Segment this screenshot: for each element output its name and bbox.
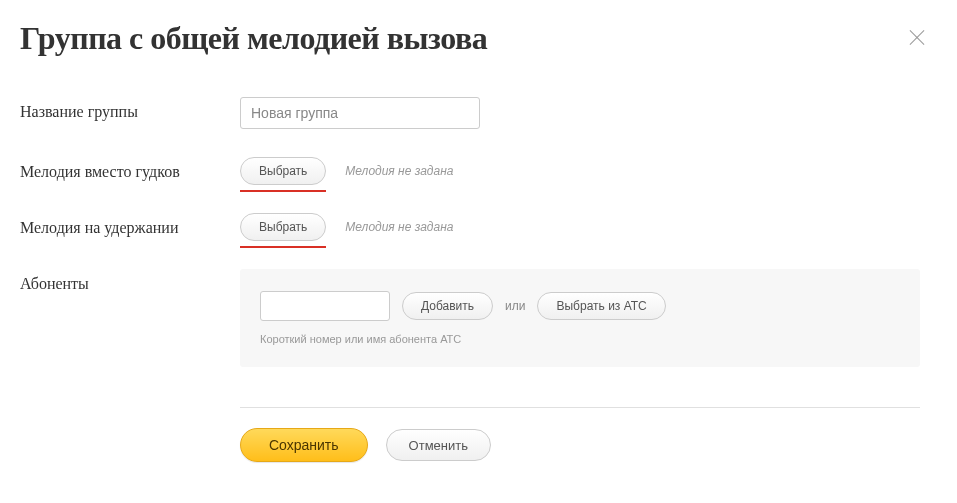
group-name-input[interactable] xyxy=(240,97,480,129)
ringback-row: Мелодия вместо гудков Выбрать Мелодия не… xyxy=(20,157,937,185)
save-button[interactable]: Сохранить xyxy=(240,428,368,462)
ringback-select-button[interactable]: Выбрать xyxy=(240,157,326,185)
select-from-ats-button[interactable]: Выбрать из АТС xyxy=(537,292,665,320)
subscriber-hint: Короткий номер или имя абонента АТС xyxy=(260,333,900,345)
subscribers-label: Абоненты xyxy=(20,269,240,293)
cancel-button[interactable]: Отменить xyxy=(386,429,491,461)
ringback-status: Мелодия не задана xyxy=(345,164,453,178)
group-name-label: Название группы xyxy=(20,97,240,121)
footer-divider xyxy=(240,407,920,408)
ringback-label: Мелодия вместо гудков xyxy=(20,157,240,181)
hold-select-button[interactable]: Выбрать xyxy=(240,213,326,241)
or-text: или xyxy=(505,299,525,313)
hold-row: Мелодия на удержании Выбрать Мелодия не … xyxy=(20,213,937,241)
close-icon[interactable] xyxy=(907,28,927,48)
add-subscriber-button[interactable]: Добавить xyxy=(402,292,493,320)
group-name-row: Название группы xyxy=(20,97,937,129)
footer-actions: Сохранить Отменить xyxy=(240,428,937,462)
hold-status: Мелодия не задана xyxy=(345,220,453,234)
hold-label: Мелодия на удержании xyxy=(20,213,240,237)
subscribers-panel: Добавить или Выбрать из АТС Короткий ном… xyxy=(240,269,920,367)
subscribers-row: Абоненты Добавить или Выбрать из АТС Кор… xyxy=(20,269,937,367)
subscriber-input[interactable] xyxy=(260,291,390,321)
page-title: Группа с общей мелодией вызова xyxy=(20,20,937,57)
